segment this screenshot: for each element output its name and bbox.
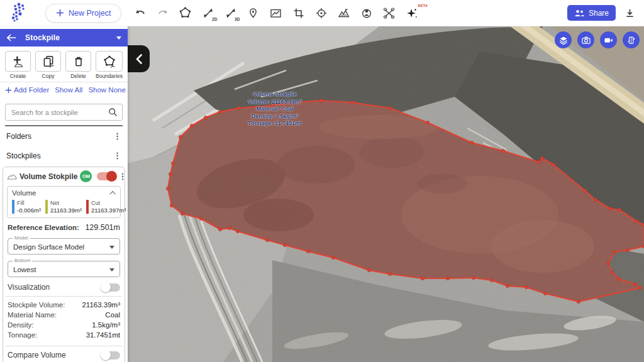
measure-3d-icon[interactable]: 3D xyxy=(223,5,238,21)
stockpiles-section[interactable]: Stockpiles ⋮ xyxy=(0,146,128,165)
search-input[interactable] xyxy=(5,104,123,121)
delete-button[interactable]: Delete xyxy=(65,51,91,79)
model-select[interactable]: Model Design Surface Model xyxy=(8,238,120,255)
record-video-button[interactable] xyxy=(600,31,617,48)
fill-value: -0.006m³ xyxy=(17,207,41,214)
bottom-select[interactable]: Bottom Lowest xyxy=(8,261,120,277)
boundaries-icon xyxy=(103,55,116,69)
cut-metric: Cut 21163.397m³ xyxy=(86,200,126,214)
new-project-button[interactable]: New Project xyxy=(45,4,121,23)
fill-metric: Fill -0.006m³ xyxy=(12,200,41,214)
volume-metrics: Fill -0.006m³ Net 21163.39m³ Cut 21163.3… xyxy=(12,200,116,214)
chevron-down-icon xyxy=(109,246,114,249)
copy-label: Copy xyxy=(35,73,61,79)
owner-badge: OM xyxy=(80,170,92,182)
street-view-icon[interactable] xyxy=(359,5,374,21)
crop-icon[interactable] xyxy=(291,5,306,21)
create-icon xyxy=(11,55,25,69)
gcp-target-icon[interactable] xyxy=(314,5,328,21)
trash-icon xyxy=(72,55,85,69)
net-value: 21163.39m³ xyxy=(50,207,82,214)
measure-2d-label: 2D xyxy=(212,17,217,21)
density-label: Density: xyxy=(8,321,34,329)
volume-section: Volume Fill -0.006m³ Net 21163.39m³ Cut … xyxy=(7,186,121,218)
back-arrow-icon[interactable] xyxy=(6,33,16,42)
cut-value: 21163.397m³ xyxy=(91,207,126,214)
divider xyxy=(6,346,122,346)
screenshot-button[interactable] xyxy=(577,31,594,48)
material-name-value: Coal xyxy=(105,311,120,319)
reference-elevation-row: Reference Elevation: 129.501m xyxy=(8,223,120,232)
density-row: Density: 1.5kg/m³ xyxy=(7,321,121,331)
search-icon[interactable] xyxy=(108,107,118,119)
reference-elevation-value: 129.501m xyxy=(85,223,120,232)
app-window: New Project 2D 3D xyxy=(0,0,644,362)
panel-caret-icon[interactable] xyxy=(116,36,121,40)
redo-icon[interactable] xyxy=(155,5,170,21)
folders-section[interactable]: Folders ⋮ xyxy=(0,126,128,146)
show-none-label: Show None xyxy=(88,86,125,94)
add-folder-button[interactable]: Add Folder xyxy=(5,86,49,94)
compare-volume-toggle[interactable] xyxy=(101,351,120,359)
stockpile-menu-icon[interactable]: ⋮ xyxy=(118,172,126,180)
ai-assistant-icon[interactable]: BETA xyxy=(404,5,419,21)
delete-label: Delete xyxy=(65,73,91,79)
beta-badge: BETA xyxy=(418,4,428,8)
divider xyxy=(6,296,122,297)
stockpile-card-header[interactable]: Volume Stokpile OM ⋮ xyxy=(7,170,121,182)
stockpiles-menu-icon[interactable]: ⋮ xyxy=(113,151,121,160)
density-value: 1.5kg/m³ xyxy=(92,321,120,329)
map-controls xyxy=(555,31,640,48)
new-project-label: New Project xyxy=(69,9,111,18)
terrain-map[interactable] xyxy=(128,26,644,362)
search-container xyxy=(5,104,123,126)
download-icon[interactable] xyxy=(625,8,635,19)
compare-view-icon xyxy=(626,35,636,45)
compare-view-button[interactable] xyxy=(623,31,640,48)
folders-menu-icon[interactable]: ⋮ xyxy=(113,132,121,140)
copy-button[interactable]: Copy xyxy=(35,51,61,79)
measure-2d-icon[interactable]: 2D xyxy=(201,5,215,21)
quick-links: Add Folder Show All Show None xyxy=(0,82,128,98)
model-select-value: Design Surface Model xyxy=(13,243,84,251)
stockpile-name: Volume Stokpile xyxy=(19,172,77,181)
collapse-sidebar-button[interactable] xyxy=(128,45,150,72)
collapse-icon[interactable] xyxy=(109,190,116,197)
reference-elevation-label: Reference Elevation: xyxy=(8,224,79,231)
stockpile-actions: Create Copy Delete Boundaries xyxy=(0,47,128,82)
panel-header: Stockpile xyxy=(0,29,128,47)
polygon-tool-icon[interactable] xyxy=(178,5,192,21)
show-none-button[interactable]: Show None xyxy=(88,86,125,94)
boundaries-button[interactable]: Boundaries xyxy=(96,51,123,79)
panel-title: Stockpile xyxy=(25,33,60,42)
video-camera-icon xyxy=(603,35,614,45)
measure-3d-label: 3D xyxy=(235,17,240,21)
share-label: Share xyxy=(589,9,609,18)
chevron-down-icon xyxy=(109,268,114,272)
location-pin-icon[interactable] xyxy=(246,5,260,21)
undo-icon[interactable] xyxy=(133,5,147,21)
terrain-analysis-icon[interactable] xyxy=(336,5,351,21)
bottom-select-label: Bottom xyxy=(13,258,32,263)
stockpile-mound-icon xyxy=(7,172,17,180)
material-name-label: Material Name: xyxy=(8,311,57,319)
layers-button[interactable] xyxy=(555,31,572,48)
chevron-left-icon xyxy=(135,53,143,65)
visualization-label: Visualization xyxy=(8,283,50,292)
stockpile-volume-label: Stockpile Volume: xyxy=(8,301,65,309)
create-button[interactable]: Create xyxy=(5,51,31,79)
toolbar-tools: 2D 3D xyxy=(133,5,419,21)
visibility-toggle[interactable] xyxy=(97,172,116,180)
map-3d-view[interactable]: Volume Stokpile Volume: 21163.39m³ Mater… xyxy=(128,26,644,362)
elevation-profile-icon[interactable] xyxy=(269,5,283,21)
app-logo-icon[interactable] xyxy=(6,2,31,25)
drone-flight-icon[interactable] xyxy=(382,5,396,21)
show-all-button[interactable]: Show All xyxy=(55,86,82,94)
material-name-row: Material Name: Coal xyxy=(7,311,121,321)
stockpile-volume-row: Stockpile Volume: 21163.39m³ xyxy=(7,301,121,311)
share-button[interactable]: Share xyxy=(567,5,616,21)
top-toolbar: New Project 2D 3D xyxy=(0,0,644,26)
topbar-right: Share xyxy=(567,5,644,21)
plus-icon xyxy=(56,9,64,17)
visualization-toggle[interactable] xyxy=(101,283,120,292)
